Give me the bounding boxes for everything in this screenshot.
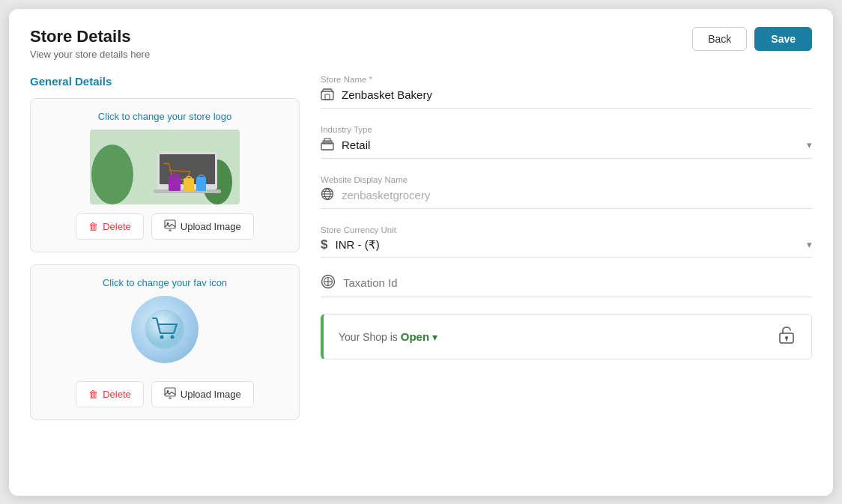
svg-rect-9 [184,178,194,192]
dropdown-arrow-industry: ▾ [807,139,812,151]
upload-icon-2 [164,387,176,401]
status-dropdown-arrow[interactable]: ▾ [432,331,437,343]
svg-point-15 [171,335,175,338]
taxation-id-input[interactable] [343,276,812,289]
svg-point-12 [166,222,169,225]
website-display-name-row: zenbasketgrocery [321,187,812,209]
store-name-label: Store Name * [321,75,812,84]
store-logo-actions: 🗑 Delete Upload Image [43,213,287,240]
svg-rect-16 [165,388,175,396]
store-logo-delete-button[interactable]: 🗑 Delete [76,213,144,240]
store-logo-upload-button[interactable]: Upload Image [151,213,254,240]
store-logo-box: Click to change your store logo [30,98,300,252]
main-content: General Details Click to change your sto… [30,75,812,432]
store-logo-image[interactable] [90,130,240,204]
industry-type-field: Industry Type Retail ▾ [321,125,812,159]
website-display-name-label: Website Display Name [321,175,812,184]
industry-icon [321,137,334,154]
delete-icon: 🗑 [88,221,98,232]
svg-rect-10 [196,177,206,191]
save-button[interactable]: Save [754,27,812,51]
back-button[interactable]: Back [692,27,747,51]
fav-icon-image[interactable] [131,296,199,363]
fav-icon-delete-button[interactable]: 🗑 Delete [76,381,144,407]
shop-status-label: Your Shop is Open ▾ [339,330,437,343]
industry-type-dropdown[interactable]: Retail ▾ [342,139,812,151]
store-name-field: Store Name * [321,75,812,109]
svg-point-14 [160,335,164,338]
header-text: Store Details View your store details he… [30,27,150,60]
svg-point-1 [91,145,133,204]
taxation-id-field [321,274,812,297]
shop-status-box: Your Shop is Open ▾ [321,314,812,359]
left-panel: General Details Click to change your sto… [30,75,300,432]
fav-icon-upload-button[interactable]: Upload Image [151,381,254,407]
globe-icon [321,187,334,204]
section-title: General Details [30,75,300,88]
taxation-icon [321,274,336,292]
website-display-name-value: zenbasketgrocery [342,189,812,201]
delete-icon-2: 🗑 [88,389,98,400]
currency-icon: $ [321,237,327,252]
store-icon [321,87,334,103]
dropdown-arrow-currency: ▾ [807,239,812,250]
store-currency-dropdown[interactable]: INR - (₹) ▾ [335,238,812,252]
store-name-input[interactable] [342,88,812,101]
store-name-row [321,87,812,109]
store-currency-field: Store Currency Unit $ INR - (₹) ▾ [321,225,812,258]
svg-point-17 [166,390,169,392]
svg-rect-8 [169,176,181,191]
store-details-card: Store Details View your store details he… [9,9,833,496]
fav-icon-actions: 🗑 Delete Upload Image [43,381,287,407]
right-panel: Store Name * Industry Type [321,75,812,432]
store-currency-label: Store Currency Unit [321,225,812,234]
svg-rect-19 [325,94,330,100]
header-buttons: Back Save [692,27,812,51]
taxation-id-row [321,274,812,297]
fav-icon-change-label[interactable]: Click to change your fav icon [43,277,287,288]
store-logo-change-label[interactable]: Click to change your store logo [43,111,287,122]
fav-icon-box: Click to change your fav icon [30,264,300,420]
store-currency-row[interactable]: $ INR - (₹) ▾ [321,237,812,258]
page-header: Store Details View your store details he… [30,27,812,60]
page-title: Store Details [30,27,150,46]
upload-icon [164,219,176,234]
shop-status-open: Open [401,330,429,343]
website-display-name-field: Website Display Name zenbasketgrocery [321,175,812,209]
page-subtitle: View your store details here [30,49,150,60]
industry-type-label: Industry Type [321,125,812,134]
svg-rect-18 [321,91,333,100]
industry-type-row[interactable]: Retail ▾ [321,137,812,159]
store-currency-value: INR - (₹) [335,238,807,252]
svg-rect-11 [165,220,175,228]
lock-icon[interactable] [777,325,796,348]
industry-type-value: Retail [342,139,807,151]
